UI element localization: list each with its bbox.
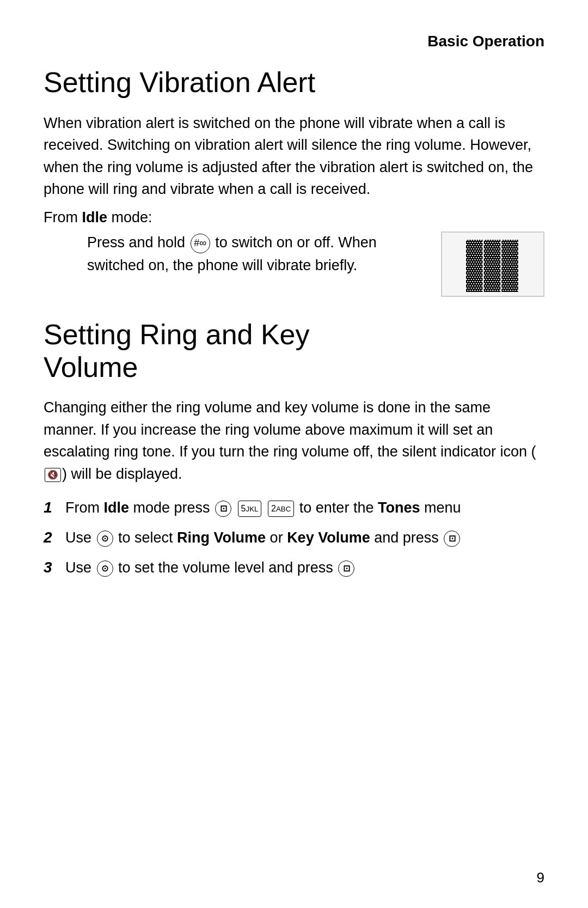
page-container: Basic Operation Setting Vibration Alert … (0, 0, 588, 908)
page-header: Basic Operation (44, 33, 544, 50)
section2-container: Setting Ring and KeyVolume Changing eith… (44, 319, 544, 580)
vibration-icon: ▓▓▓▓▓▓ (466, 238, 519, 290)
step1-idle: Idle (104, 499, 130, 516)
idle-mode-label: Idle (82, 209, 108, 226)
5jkl-key-icon: 5JKL (238, 501, 262, 517)
page-number: 9 (537, 869, 544, 886)
key-volume-label: Key Volume (287, 529, 370, 546)
vibration-text: Press and hold #∞ to switch on or off. W… (87, 231, 425, 277)
step-number-1: 1 (44, 496, 59, 520)
step-3: 3 Use ⊙ to set the volume level and pres… (44, 556, 544, 580)
section1-title: Setting Vibration Alert (44, 66, 544, 99)
step-1-content: From Idle mode press ⊡ 5JKL 2ABC to ente… (65, 496, 544, 520)
section2-body: Changing either the ring volume and key … (44, 397, 544, 485)
2abc-key-icon: 2ABC (268, 501, 294, 517)
step-1: 1 From Idle mode press ⊡ 5JKL 2ABC to en… (44, 496, 544, 520)
step-2-content: Use ⊙ to select Ring Volume or Key Volum… (65, 526, 544, 550)
step-2: 2 Use ⊙ to select Ring Volume or Key Vol… (44, 526, 544, 550)
ring-volume-label: Ring Volume (177, 529, 266, 546)
section1-body: When vibration alert is switched on the … (44, 112, 544, 200)
steps-list: 1 From Idle mode press ⊡ 5JKL 2ABC to en… (44, 496, 544, 580)
vibration-instruction: Press and hold #∞ to switch on or off. W… (87, 231, 544, 297)
section2-title: Setting Ring and KeyVolume (44, 319, 544, 384)
menu-key-icon-2: ⊡ (444, 531, 460, 547)
menu-key-icon-3: ⊡ (338, 560, 354, 577)
hash-key-icon: #∞ (191, 234, 210, 253)
vibration-image-box: ▓▓▓▓▓▓ (441, 231, 544, 297)
nav-icon-2: ⊙ (97, 531, 113, 547)
nav-icon-3: ⊙ (97, 560, 113, 577)
header-title: Basic Operation (427, 33, 544, 50)
step-3-content: Use ⊙ to set the volume level and press … (65, 556, 544, 580)
step-number-3: 3 (44, 556, 59, 580)
tones-label: Tones (378, 499, 420, 516)
menu-key-icon-1: ⊡ (215, 501, 231, 517)
vibration-row: Press and hold #∞ to switch on or off. W… (87, 231, 544, 297)
step-number-2: 2 (44, 526, 59, 550)
from-label: From Idle mode: (44, 209, 544, 226)
silent-icon: 🔇 (45, 468, 61, 482)
